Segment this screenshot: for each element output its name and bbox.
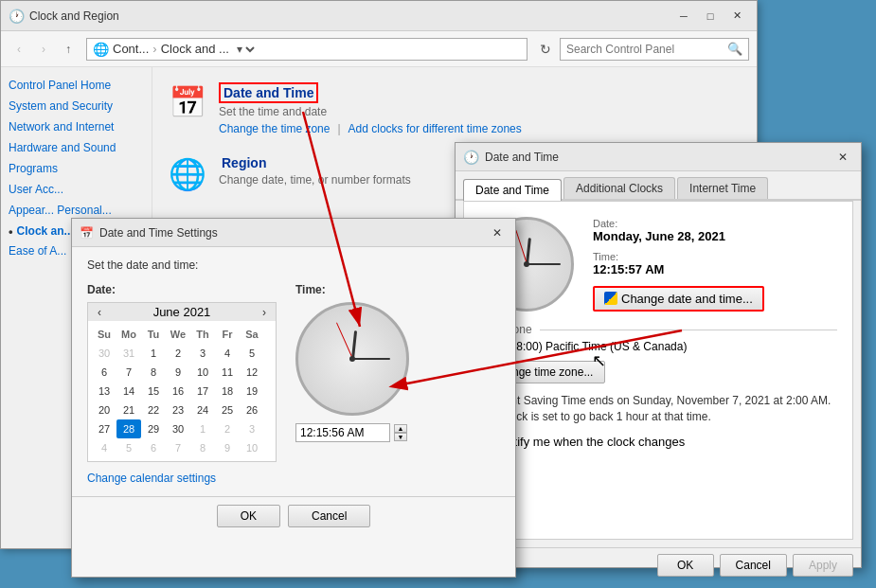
cal-settings-link[interactable]: Change calendar settings — [87, 472, 277, 485]
cal-cell[interactable]: 5 — [240, 344, 264, 363]
cal-cell[interactable]: 7 — [116, 363, 141, 382]
cal-cell[interactable]: 1 — [141, 344, 166, 363]
maximize-button[interactable]: □ — [698, 6, 723, 27]
search-input[interactable] — [566, 43, 724, 56]
cal-cell[interactable]: 3 — [190, 344, 215, 363]
close-button[interactable]: ✕ — [724, 6, 749, 27]
dt-settings-ok-button[interactable]: OK — [217, 505, 280, 527]
datetime-dialog-close[interactable]: ✕ — [832, 149, 853, 166]
datetime-dialog-titlebar: 🕐 Date and Time ✕ — [456, 143, 861, 171]
cal-cell[interactable]: 30 — [166, 419, 190, 438]
refresh-button[interactable]: ↻ — [535, 39, 556, 60]
cal-cell[interactable]: 6 — [141, 438, 166, 457]
cal-cell[interactable]: 20 — [92, 401, 116, 419]
cal-cell[interactable]: 16 — [166, 382, 190, 401]
cal-cell[interactable]: 8 — [141, 363, 166, 382]
cal-cell[interactable]: 3 — [240, 419, 264, 438]
notify-label: Notify me when the clock changes — [498, 435, 685, 449]
cal-cell[interactable]: 22 — [141, 401, 166, 419]
small-analog-clock — [295, 302, 409, 416]
sidebar-item-system-security[interactable]: System and Security — [9, 99, 144, 113]
cal-cell[interactable]: 14 — [116, 382, 141, 401]
cal-cell-selected[interactable]: 28 — [116, 419, 141, 438]
window-icon: 🕐 — [9, 9, 24, 24]
cal-cell[interactable]: 8 — [190, 438, 215, 457]
tab-additional-clocks[interactable]: Additional Clocks — [563, 177, 675, 199]
tab-internet-time[interactable]: Internet Time — [677, 177, 768, 199]
cal-cell[interactable]: 18 — [215, 382, 240, 401]
cal-cell[interactable]: 27 — [92, 419, 116, 438]
dt-settings-close[interactable]: ✕ — [487, 224, 508, 241]
date-time-title[interactable]: Date and Time — [219, 82, 318, 103]
small-second-hand — [335, 322, 352, 359]
tab-date-time[interactable]: Date and Time — [463, 179, 562, 201]
cal-next-button[interactable]: › — [259, 306, 270, 319]
cal-cell[interactable]: 26 — [240, 401, 264, 419]
address-icon: 🌐 — [93, 42, 109, 57]
date-time-icon: 📅 — [168, 82, 207, 122]
cal-day-we: We — [166, 325, 190, 344]
cal-cell[interactable]: 23 — [166, 401, 190, 419]
time-up-button[interactable]: ▲ — [394, 424, 407, 433]
sidebar-link-clock[interactable]: Clock an... — [17, 224, 74, 238]
sidebar-item-control-panel-home[interactable]: Control Panel Home — [9, 79, 144, 92]
calendar: ‹ June 2021 › Su Mo Tu We Th Fr — [87, 302, 277, 462]
cal-cell[interactable]: 30 — [92, 344, 116, 363]
address-dropdown[interactable]: ▾ — [233, 42, 258, 57]
notify-row: ✓ Notify me when the clock changes — [479, 435, 837, 449]
address-part2: Clock and ... — [161, 42, 229, 56]
time-down-button[interactable]: ▼ — [394, 433, 407, 441]
cal-cell[interactable]: 6 — [92, 363, 116, 382]
cal-cell[interactable]: 1 — [190, 419, 215, 438]
sidebar-item-appear[interactable]: Appear... Personal... — [9, 204, 144, 217]
change-timezone-link[interactable]: Change the time zone — [219, 122, 330, 135]
up-button[interactable]: ↑ — [58, 39, 79, 60]
sidebar-item-hardware-sound[interactable]: Hardware and Sound — [9, 141, 144, 154]
sidebar-item-programs[interactable]: Programs — [9, 162, 144, 175]
cal-cell[interactable]: 12 — [240, 363, 264, 382]
cal-cell[interactable]: 19 — [240, 382, 264, 401]
cal-cell[interactable]: 4 — [215, 344, 240, 363]
date-time-links: Change the time zone | Add clocks for di… — [219, 122, 522, 135]
datetime-cancel-button[interactable]: Cancel — [720, 554, 787, 577]
cal-cell[interactable]: 31 — [116, 344, 141, 363]
cal-cell[interactable]: 2 — [215, 419, 240, 438]
cal-cell[interactable]: 29 — [141, 419, 166, 438]
cal-cell[interactable]: 13 — [92, 382, 116, 401]
sidebar-item-network-internet[interactable]: Network and Internet — [9, 120, 144, 134]
minimize-button[interactable]: ─ — [671, 6, 696, 27]
cal-cell[interactable]: 10 — [190, 363, 215, 382]
second-hand — [515, 230, 527, 264]
small-clock-center — [349, 356, 355, 362]
category-date-time: 📅 Date and Time Set the time and date Ch… — [168, 82, 742, 135]
cal-cell[interactable]: 25 — [215, 401, 240, 419]
datetime-ok-button[interactable]: OK — [657, 554, 714, 577]
cal-cell[interactable]: 9 — [215, 438, 240, 457]
cal-cell[interactable]: 9 — [166, 363, 190, 382]
cal-cell[interactable]: 11 — [215, 363, 240, 382]
cal-cell[interactable]: 4 — [92, 438, 116, 457]
cal-cell[interactable]: 7 — [166, 438, 190, 457]
cal-cell[interactable]: 21 — [116, 401, 141, 419]
cal-cell[interactable]: 24 — [190, 401, 215, 419]
change-datetime-button[interactable]: Change date and time... — [593, 286, 764, 312]
datetime-apply-button[interactable]: Apply — [793, 554, 853, 577]
cal-prev-button[interactable]: ‹ — [94, 306, 105, 319]
title-bar-buttons: ─ □ ✕ — [671, 6, 749, 27]
add-clocks-link[interactable]: Add clocks for different time zones — [349, 122, 522, 135]
forward-button[interactable]: › — [33, 39, 54, 60]
time-input[interactable] — [295, 423, 390, 442]
region-title[interactable]: Region — [219, 154, 269, 171]
address-bar[interactable]: 🌐 Cont... › Clock and ... ▾ — [86, 38, 527, 61]
cal-cell[interactable]: 17 — [190, 382, 215, 401]
cal-cell[interactable]: 5 — [116, 438, 141, 457]
back-button[interactable]: ‹ — [9, 39, 29, 60]
cal-cell[interactable]: 15 — [141, 382, 166, 401]
dt-settings-cancel-button[interactable]: Cancel — [288, 505, 370, 527]
cal-cell[interactable]: 2 — [166, 344, 190, 363]
sidebar-item-user-acc[interactable]: User Acc... — [9, 183, 144, 196]
title-bar: 🕐 Clock and Region ─ □ ✕ — [1, 1, 757, 31]
link-sep: | — [337, 122, 340, 135]
dt-settings-icon: 📅 — [80, 226, 94, 240]
cal-cell[interactable]: 10 — [240, 438, 264, 457]
